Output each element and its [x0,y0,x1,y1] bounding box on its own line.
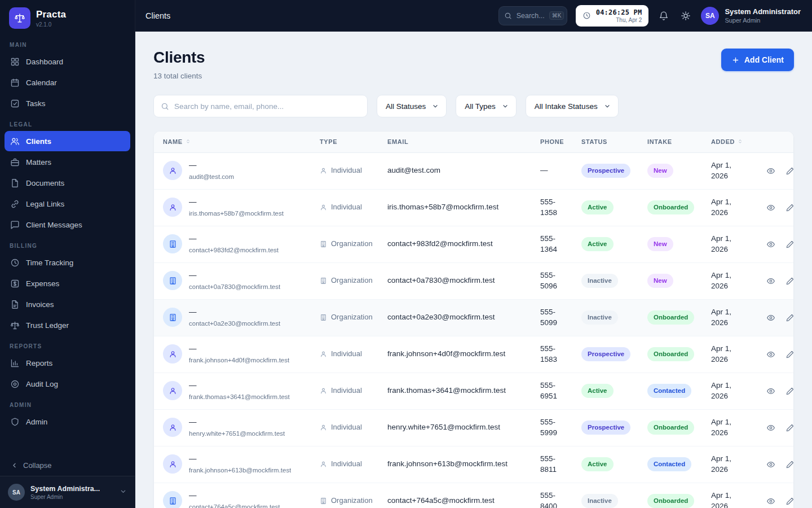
app-logo-icon [9,7,30,29]
client-type: Individual [331,459,362,469]
table-row[interactable]: — iris.thomas+58b7@mockfirm.test Individ… [154,189,793,226]
column-header-name[interactable]: Name [154,132,311,152]
edit-client-button[interactable] [783,348,794,361]
table-row[interactable]: — frank.johnson+4d0f@mockfirm.test Indiv… [154,336,793,373]
sidebar-item-matters[interactable]: Matters [5,152,130,172]
intake-badge: Onboarded [647,347,694,361]
pencil-icon [785,277,794,286]
sidebar-user-menu[interactable]: SA System Administra... Super Admin [0,476,135,508]
status-badge: Prospective [581,421,630,434]
status-filter[interactable]: All Statuses [377,95,447,117]
notifications-button[interactable] [657,9,670,23]
client-search-input[interactable] [174,102,360,111]
view-client-button[interactable] [764,458,778,471]
view-client-button[interactable] [764,494,778,508]
sidebar-item-icon [10,279,20,288]
edit-client-button[interactable] [783,458,794,471]
intake-badge: Onboarded [647,494,694,507]
keyboard-shortcut-badge: ⌘K [549,11,564,20]
sidebar-item-client-messages[interactable]: Client Messages [5,214,130,235]
column-header-phone: Phone [531,132,572,152]
sidebar-section-label: Reports [0,336,135,352]
person-avatar [163,161,182,180]
sidebar-item-trust-ledger[interactable]: Trust Ledger [5,315,130,335]
client-count: 13 total clients [153,72,205,80]
sidebar-item-invoices[interactable]: Invoices [5,294,130,314]
table-row[interactable]: — contact+0a7830@mockfirm.test Organizat… [154,262,793,299]
clock-time: 04:26:25 PM [596,8,642,16]
sidebar-item-admin[interactable]: Admin [5,411,130,432]
intake-badge: Onboarded [647,310,694,324]
app-logo[interactable]: Practa v2.1.0 [0,0,135,34]
sidebar-item-calendar[interactable]: Calendar [5,72,130,93]
view-client-button[interactable] [764,238,778,251]
person-icon [320,167,327,174]
app-version: v2.1.0 [36,21,66,28]
topbar-user-menu[interactable]: SA System Administrator Super Admin [701,7,801,25]
sidebar-item-dashboard[interactable]: Dashboard [5,51,130,72]
view-client-button[interactable] [764,201,778,214]
organization-avatar [163,491,182,508]
view-client-button[interactable] [764,348,778,361]
client-type: Organization [331,275,373,286]
view-client-button[interactable] [764,311,778,325]
view-client-button[interactable] [764,421,778,435]
theme-toggle-button[interactable] [679,9,692,23]
sidebar-item-legal-links[interactable]: Legal Links [5,194,130,214]
edit-client-button[interactable] [783,494,794,508]
client-name-email: frank.thomas+3641@mockfirm.test [189,392,290,401]
collapse-label: Collapse [23,461,52,470]
table-row[interactable]: — frank.johnson+613b@mockfirm.test Indiv… [154,446,793,483]
clock-icon [582,11,591,20]
sidebar-item-audit-log[interactable]: Audit Log [5,374,130,394]
client-type: Individual [331,349,362,359]
client-added-date: Apr 1, 2026 [702,152,749,189]
pencil-icon [785,387,794,396]
view-client-button[interactable] [764,384,778,398]
edit-client-button[interactable] [783,421,794,435]
client-name: — [189,270,280,281]
add-client-button[interactable]: Add Client [721,49,794,71]
table-row[interactable]: — contact+0a2e30@mockfirm.test Organizat… [154,299,793,336]
edit-client-button[interactable] [783,238,794,251]
sidebar-item-time-tracking[interactable]: Time Tracking [5,252,130,273]
table-row[interactable]: — audit@test.com Individual audit@test.c… [154,152,793,189]
edit-client-button[interactable] [783,274,794,288]
client-email: contact+764a5c@mockfirm.test [378,483,531,508]
edit-client-button[interactable] [783,384,794,398]
person-icon [320,351,327,358]
eye-icon [766,497,775,506]
client-name: — [189,491,280,501]
intake-status-filter[interactable]: All Intake Statuses [526,95,619,117]
client-name: — [189,160,234,171]
client-name: — [189,380,290,391]
table-row[interactable]: — frank.thomas+3641@mockfirm.test Indivi… [154,373,793,409]
main-content: Clients 13 total clients Add Client All … [135,32,812,508]
collapse-button[interactable]: Collapse [0,455,135,476]
sidebar-section-label: Admin [0,395,135,411]
client-name-email: iris.thomas+58b7@mockfirm.test [189,209,284,218]
column-header-added[interactable]: Added [702,132,749,152]
clock-date: Thu, Apr 2 [596,17,642,23]
table-row[interactable]: — contact+983fd2@mockfirm.test Organizat… [154,226,793,262]
global-search[interactable]: Search... ⌘K [498,6,567,25]
column-header-intake: Intake [638,132,702,152]
view-client-button[interactable] [764,164,778,178]
sidebar-item-expenses[interactable]: Expenses [5,273,130,294]
sidebar-item-documents[interactable]: Documents [5,173,130,193]
sidebar-item-reports[interactable]: Reports [5,353,130,373]
sort-icon [185,138,191,144]
edit-client-button[interactable] [783,311,794,325]
view-client-button[interactable] [764,274,778,288]
type-filter[interactable]: All Types [456,95,517,117]
sidebar-item-clients[interactable]: Clients [5,131,130,151]
table-row[interactable]: — henry.white+7651@mockfirm.test Individ… [154,409,793,446]
sidebar-item-icon [10,99,20,108]
sidebar-item-tasks[interactable]: Tasks [5,93,130,113]
page-title: Clients [153,49,205,67]
client-added-date: Apr 1, 2026 [702,189,749,226]
intake-badge: New [647,164,673,177]
edit-client-button[interactable] [783,164,794,178]
edit-client-button[interactable] [783,201,794,214]
table-row[interactable]: — contact+764a5c@mockfirm.test Organizat… [154,483,793,508]
